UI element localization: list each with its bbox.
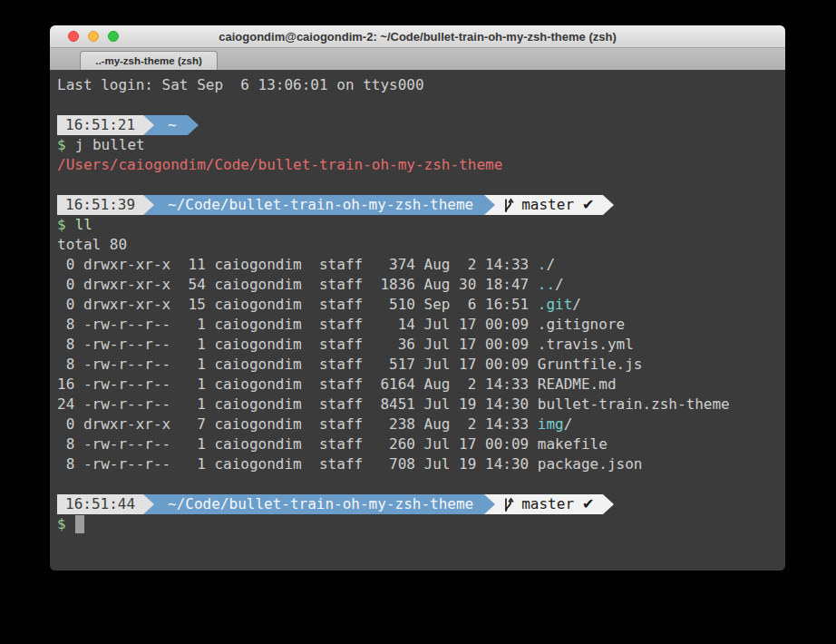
prompt-dir-segment: ~ [154,115,188,135]
terminal-cursor [75,515,84,533]
git-clean-check-icon: ✔ [582,494,594,514]
powerline-arrow-icon [143,494,154,514]
total-line: total 80 [57,235,778,255]
file-meta: 8 -rw-r--r-- 1 caiogondim staff 517 Jul … [57,356,538,373]
file-row: 0 drwxr-xr-x 7 caiogondim staff 238 Aug … [57,415,778,434]
file-meta: 8 -rw-r--r-- 1 caiogondim staff 708 Jul … [57,455,538,473]
git-branch-icon [503,497,514,512]
blank-line [57,474,778,494]
file-suffix: / [555,276,564,293]
file-row: 16 -rw-r--r-- 1 caiogondim staff 6164 Au… [57,375,778,395]
git-branch-name: master [521,494,574,514]
command-text: j bullet [66,136,145,153]
jump-output-line: /Users/caiogondim/Code/bullet-train-oh-m… [57,155,778,175]
powerline-arrow-icon [603,494,614,514]
file-meta: 0 drwxr-xr-x 15 caiogondim staff 510 Sep… [57,296,538,313]
tab-bar: ..-my-zsh-theme (zsh) [50,48,785,70]
file-suffix: / [572,296,581,313]
command-line-2: $ll [57,215,778,235]
prompt-time-segment: 16:51:39 [57,195,143,215]
git-clean-check-icon: ✔ [582,195,594,215]
powerline-arrow-icon [143,115,154,135]
desktop: { "window": { "title": "caiogondim@caiog… [0,0,836,644]
file-row: 24 -rw-r--r-- 1 caiogondim staff 8451 Ju… [57,395,778,415]
file-row: 0 drwxr-xr-x 54 caiogondim staff 1836 Au… [57,275,778,295]
file-name: img [538,415,564,433]
file-row: 8 -rw-r--r-- 1 caiogondim staff 708 Jul … [57,454,778,474]
prompt-git-segment: master ✔ [495,195,603,215]
file-name: .travis.yml [538,336,634,353]
prompt-git-segment: master ✔ [495,494,603,514]
file-name: .git [538,296,573,313]
file-name: bullet-train.zsh-theme [538,395,730,413]
terminal-tab[interactable]: ..-my-zsh-theme (zsh) [80,51,218,70]
command-text: ll [66,216,92,233]
prompt-line-3: 16:51:44 ~/Code/bullet-train-oh-my-zsh-t… [57,494,778,514]
file-suffix: / [564,415,573,433]
powerline-arrow-icon [603,195,614,215]
file-name: . [538,256,547,273]
prompt-dollar: $ [57,514,66,534]
file-meta: 0 drwxr-xr-x 54 caiogondim staff 1836 Au… [57,276,538,293]
file-row: 8 -rw-r--r-- 1 caiogondim staff 260 Jul … [57,434,778,454]
file-meta: 0 drwxr-xr-x 11 caiogondim staff 374 Aug… [57,256,538,273]
powerline-arrow-icon [143,195,154,215]
git-branch-icon [503,198,514,213]
terminal-screen[interactable]: Last login: Sat Sep 6 13:06:01 on ttys00… [50,70,785,571]
file-meta: 8 -rw-r--r-- 1 caiogondim staff 14 Jul 1… [57,316,538,333]
powerline-arrow-icon [484,195,495,215]
prompt-dir-segment: ~/Code/bullet-train-oh-my-zsh-theme [154,494,484,514]
file-name: README.md [538,376,617,393]
zoom-button[interactable] [108,31,119,42]
file-meta: 8 -rw-r--r-- 1 caiogondim staff 36 Jul 1… [57,336,538,353]
file-row: 8 -rw-r--r-- 1 caiogondim staff 517 Jul … [57,355,778,375]
file-name: makefile [538,435,608,453]
minimize-button[interactable] [88,31,99,42]
file-name: package.json [538,455,643,473]
command-line-current[interactable]: $ [57,514,778,534]
file-row: 0 drwxr-xr-x 15 caiogondim staff 510 Sep… [57,295,778,315]
file-meta: 16 -rw-r--r-- 1 caiogondim staff 6164 Au… [57,376,538,393]
powerline-arrow-icon [188,115,199,135]
file-suffix: / [546,256,555,273]
powerline-arrow-icon [484,494,495,514]
prompt-dollar: $ [57,216,66,233]
traffic-lights [68,31,119,42]
file-meta: 8 -rw-r--r-- 1 caiogondim staff 260 Jul … [57,435,538,453]
last-login-line: Last login: Sat Sep 6 13:06:01 on ttys00… [57,75,778,95]
command-line-1: $j bullet [57,135,778,155]
file-row: 0 drwxr-xr-x 11 caiogondim staff 374 Aug… [57,255,778,275]
file-row: 8 -rw-r--r-- 1 caiogondim staff 36 Jul 1… [57,335,778,355]
file-name: .gitignore [538,316,625,333]
blank-line [57,95,778,115]
prompt-time-segment: 16:51:21 [57,115,143,135]
prompt-dir-segment: ~/Code/bullet-train-oh-my-zsh-theme [154,195,484,215]
git-branch-name: master [521,195,574,215]
prompt-line-2: 16:51:39 ~/Code/bullet-train-oh-my-zsh-t… [57,195,778,215]
terminal-window: caiogondim@caiogondim-2: ~/Code/bullet-t… [50,25,785,571]
file-name: Gruntfile.js [538,356,643,373]
close-button[interactable] [68,31,79,42]
file-row: 8 -rw-r--r-- 1 caiogondim staff 14 Jul 1… [57,315,778,335]
file-meta: 24 -rw-r--r-- 1 caiogondim staff 8451 Ju… [57,395,538,413]
tab-label: ..-my-zsh-theme (zsh) [95,55,202,66]
file-meta: 0 drwxr-xr-x 7 caiogondim staff 238 Aug … [57,415,538,433]
prompt-time-segment: 16:51:44 [57,494,143,514]
window-title: caiogondim@caiogondim-2: ~/Code/bullet-t… [219,30,616,44]
file-name: .. [538,276,555,293]
window-titlebar[interactable]: caiogondim@caiogondim-2: ~/Code/bullet-t… [50,25,785,48]
prompt-line-1: 16:51:21 ~ [57,115,778,135]
blank-line [57,175,778,195]
prompt-dollar: $ [57,136,66,153]
